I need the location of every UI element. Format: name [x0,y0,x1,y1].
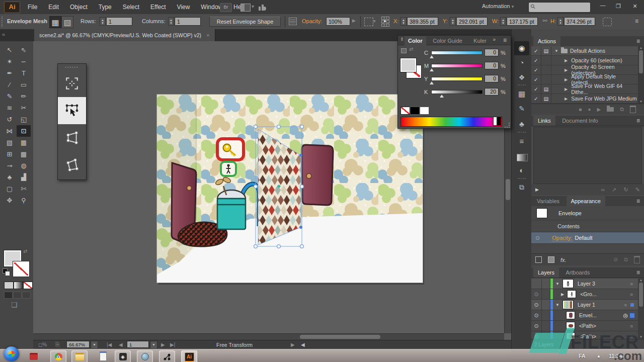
x-stepper[interactable]: ▲▼ [400,17,407,26]
tab-color[interactable]: Color [405,36,426,45]
swap-fill-stroke-icon[interactable]: ⇄ [23,248,27,254]
h-field[interactable] [564,17,595,26]
opacity-flyout-icon[interactable]: ▶ [352,18,356,23]
menu-select[interactable]: Select [117,0,145,14]
rectangle-tool[interactable]: ▭ [17,79,31,90]
expand-icon[interactable]: ▶ [565,77,568,82]
panel-collapse-icon[interactable]: ⇕ [400,37,404,42]
channel-y-slider[interactable] [431,77,482,81]
tab-links[interactable]: Links [533,116,555,126]
layer-row[interactable]: ⊙ ▼ Layer 1 ○ [531,300,638,310]
go-to-link-icon[interactable]: ➚ [612,187,616,193]
taskbar-chrome-icon[interactable] [50,350,66,362]
swap-colors-icon[interactable]: ⇄ [409,46,413,52]
columns-down-icon[interactable]: ▼ [170,22,173,25]
links-flyout-icon[interactable]: ▶ [535,187,539,192]
dock-gradient-icon[interactable] [517,154,528,161]
dock-brushes-icon[interactable]: ✎ [514,105,529,113]
taskbar-clock[interactable]: 11:34 [609,353,622,359]
delete-item-icon[interactable] [634,256,640,263]
action-check[interactable]: ✓ [531,56,541,65]
channel-y-field[interactable] [485,75,499,82]
layer-expand-icon[interactable]: ▶ [561,292,564,297]
pencil-tool[interactable]: ✏ [17,90,31,102]
layer-target-icon[interactable]: ○ [630,292,633,297]
tab-kuler[interactable]: Kuler [469,36,491,45]
hand-tool[interactable]: ✥ [3,195,17,206]
line-segment-tool[interactable]: ∕ [3,79,17,90]
dock-swatches-icon[interactable]: ▦ [514,89,529,99]
collapse-panels-icon[interactable]: » [493,37,496,42]
spectrum-black[interactable] [497,117,501,126]
black-swatch[interactable] [410,107,420,115]
scroll-up-icon[interactable]: ▲ [638,46,644,49]
action-check[interactable]: ✓ [531,75,541,84]
action-check[interactable]: ✓ [531,46,541,55]
magic-wand-tool[interactable]: ✶ [3,56,17,67]
action-check[interactable]: ✓ [531,65,541,74]
layer-lock-cell[interactable] [542,279,550,289]
mesh-point[interactable] [299,226,302,229]
style-swatch-icon[interactable] [364,18,373,26]
menu-type[interactable]: Type [93,0,117,14]
layer-thumbnail[interactable] [567,290,576,298]
scale-tool[interactable]: ◱ [17,114,31,125]
appearance-eye-icon[interactable]: ⊙ [535,235,540,241]
actions-menu-icon[interactable]: ≡ [636,38,640,45]
appearance-row-opacity[interactable]: ⊙ Opacity: Default [531,232,644,244]
layer-target-icon[interactable]: ○ [630,281,633,287]
rotate-tool[interactable]: ↺ [3,114,17,125]
dock-artboards-icon[interactable]: ⧉ [514,183,529,192]
bridge-icon[interactable]: Br [220,3,232,12]
layer-row[interactable]: ⊙ Envel... ◎ [531,310,638,321]
menu-effect[interactable]: Effect [145,0,171,14]
layer-visibility-cell[interactable] [531,279,542,289]
artboard[interactable] [157,95,423,283]
x-field[interactable] [407,17,438,26]
zoom-field[interactable] [66,341,90,348]
action-check[interactable]: ✓ [531,84,541,94]
touch-widget-icon[interactable] [58,97,86,124]
color-menu-icon[interactable]: ≡ [503,37,507,44]
w-field[interactable] [507,17,538,26]
rows-field[interactable] [106,17,132,26]
actions-scroll-thumb[interactable] [639,50,643,73]
reference-point-icon[interactable] [380,17,389,26]
dock-color-guide-icon[interactable]: ◔ [514,58,529,67]
start-button[interactable] [4,346,19,361]
action-dialog-cell[interactable] [541,65,551,74]
new-set-folder-icon[interactable] [607,107,614,112]
dock-grip[interactable] [518,84,526,85]
selection-tool[interactable]: ↖ [3,44,17,56]
next-artboard-icon[interactable]: ▶ [161,342,165,347]
layer-lock-cell[interactable] [542,310,550,320]
dock-color-icon[interactable]: ◉ [514,41,529,55]
tab-document-info[interactable]: Document Info [557,116,603,126]
mesh-point[interactable] [299,154,302,157]
taskbar-language[interactable]: FA [579,353,585,359]
layers-menu-icon[interactable]: ≡ [636,269,640,276]
clear-appearance-icon[interactable]: ⊘ [613,256,618,263]
delete-icon[interactable] [630,106,636,113]
workspace-switcher-icon[interactable] [240,4,251,12]
style-caret-icon[interactable]: ▾ [373,19,376,24]
vertical-scrollbar-thumb[interactable] [506,179,510,200]
rows-down-icon[interactable]: ▼ [101,22,104,25]
gradient-tool[interactable]: ▩ [17,148,31,160]
tab-artboards[interactable]: Artboards [561,267,594,278]
draw-inside-button[interactable] [22,292,31,299]
layer-target-icon[interactable]: ○ [630,323,633,329]
action-dialog-cell[interactable] [541,56,551,65]
layer-visibility-cell[interactable]: ⊙ [531,310,542,320]
layer-lock-cell[interactable] [542,289,550,299]
action-row[interactable]: ✓▤ ▶ Save For Web JPG Medium [531,94,638,104]
eyedropper-tool[interactable]: ⊸ [3,160,17,171]
type-tool[interactable]: T [17,67,31,79]
dock-grip[interactable] [518,178,526,179]
last-artboard-icon[interactable]: ▶| [170,342,175,347]
screen-mode-icon[interactable]: ❏ [11,301,18,309]
layer-expand-icon[interactable]: ▼ [555,282,559,286]
layer-target-icon[interactable]: ◎ [623,312,628,319]
y-stepper[interactable]: ▲▼ [450,17,456,26]
expand-icon[interactable]: ▶ [565,87,568,92]
